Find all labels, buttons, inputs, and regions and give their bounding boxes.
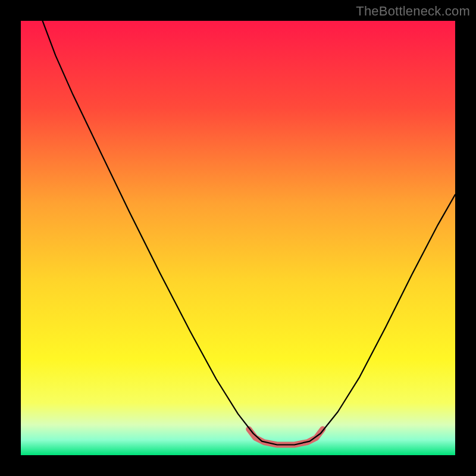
bottleneck-chart <box>21 21 455 455</box>
chart-frame: TheBottleneck.com <box>0 0 476 476</box>
plot-area <box>21 21 455 455</box>
gradient-background <box>21 21 455 455</box>
watermark-text: TheBottleneck.com <box>356 4 470 19</box>
